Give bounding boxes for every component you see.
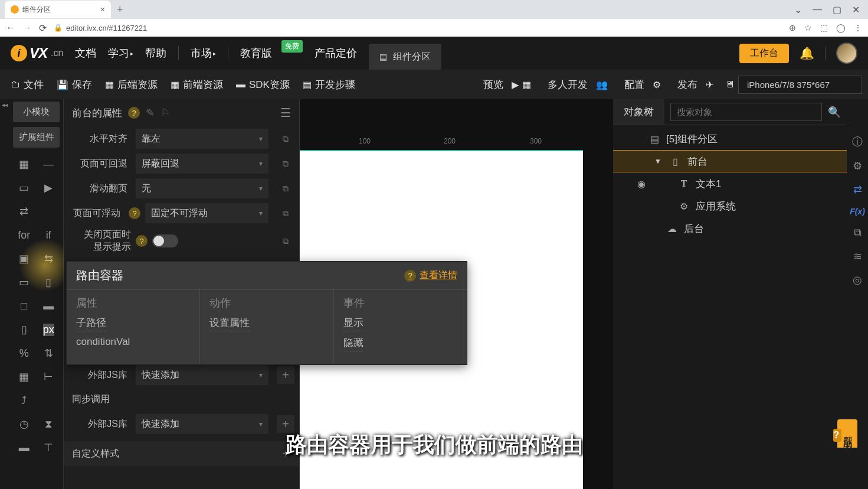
copy-icon[interactable]: ⧉: [854, 227, 862, 239]
play-icon[interactable]: ▶: [512, 79, 519, 90]
info-icon[interactable]: ⓘ: [852, 135, 863, 149]
add-button[interactable]: +: [277, 366, 294, 384]
sdk-button[interactable]: ▬SDK资源: [231, 76, 294, 94]
zoom-icon[interactable]: ⊕: [789, 23, 796, 32]
hourglass-icon[interactable]: ⧗: [37, 412, 61, 436]
link-icon[interactable]: ⧉: [277, 231, 294, 251]
back-icon[interactable]: ←: [6, 22, 15, 33]
profile-icon[interactable]: ◯: [836, 23, 846, 32]
menu-icon[interactable]: ⋮: [854, 23, 862, 32]
extension-icon[interactable]: ⬚: [820, 23, 828, 32]
star-icon[interactable]: ☆: [804, 23, 812, 32]
tree-node-frontend[interactable]: ▼ ▯ 前台: [613, 150, 847, 172]
nav-learn[interactable]: 学习▸: [108, 46, 133, 60]
for-icon[interactable]: for: [12, 223, 37, 247]
nav-pricing[interactable]: 产品定价: [315, 46, 357, 60]
hamburger-icon[interactable]: ☰: [280, 106, 291, 120]
reload-icon[interactable]: ⟳: [39, 22, 47, 34]
extjs-select[interactable]: 快速添加▾: [136, 365, 268, 385]
device-select[interactable]: iPhone6/7/8 375*667: [738, 76, 862, 94]
swap-icon[interactable]: ⇄: [853, 183, 862, 196]
help-icon[interactable]: ?: [129, 207, 140, 219]
chevron-down-icon[interactable]: ▼: [654, 157, 661, 165]
tree-icon[interactable]: ⊢: [37, 365, 61, 389]
people-icon[interactable]: 👥: [596, 79, 608, 90]
halign-select[interactable]: 靠左▾: [136, 129, 268, 149]
device-icon[interactable]: 🖥: [725, 79, 735, 90]
close-hint-toggle[interactable]: [152, 234, 178, 247]
qr-icon[interactable]: ▦: [12, 152, 37, 176]
tab-close-icon[interactable]: ×: [100, 5, 105, 14]
slider-icon[interactable]: ⇄: [12, 200, 37, 223]
column-icon[interactable]: ▯: [12, 318, 37, 341]
flag-icon[interactable]: ⚐: [161, 106, 170, 119]
chevron-down-icon[interactable]: ⌄: [794, 4, 802, 15]
tooltip-item[interactable]: 子路径: [76, 316, 106, 331]
ext-component-button[interactable]: 扩展组件: [13, 127, 60, 148]
video-icon[interactable]: ▶: [37, 176, 61, 200]
float-select[interactable]: 固定不可浮动▾: [145, 203, 268, 223]
tooltip-item[interactable]: conditionVal: [76, 336, 130, 349]
sort-icon[interactable]: ⇅: [37, 341, 61, 365]
save-button[interactable]: 💾保存: [52, 76, 97, 94]
tooltip-item[interactable]: 显示: [343, 316, 363, 331]
help-icon[interactable]: ?: [136, 235, 148, 247]
tree-node-backend[interactable]: ☁ 后台: [613, 217, 847, 240]
link-icon[interactable]: ⧉: [277, 178, 294, 198]
share-icon[interactable]: ⤴: [12, 389, 37, 412]
nav-edu[interactable]: 教育版: [240, 46, 272, 60]
multi-button[interactable]: 多人开发: [543, 76, 592, 94]
box-icon[interactable]: □: [12, 294, 37, 318]
help-center-button[interactable]: 帮助中心 ?: [837, 419, 857, 448]
avatar[interactable]: [836, 43, 857, 64]
tooltip-item[interactable]: 设置属性: [209, 316, 250, 331]
clock-icon[interactable]: ◷: [12, 412, 37, 436]
table-icon[interactable]: ▦: [12, 365, 37, 389]
qr-icon[interactable]: ▦: [522, 79, 531, 90]
maximize-icon[interactable]: ▢: [833, 4, 841, 15]
small-module-button[interactable]: 小模块: [13, 102, 60, 122]
target-icon[interactable]: ◎: [853, 273, 862, 286]
tooltip-item[interactable]: 隐藏: [343, 336, 363, 351]
steps-button[interactable]: ▤开发步骤: [298, 76, 360, 94]
bell-icon[interactable]: 🔔: [800, 46, 814, 60]
detail-link[interactable]: ? 查看详情: [404, 269, 457, 282]
nav-help[interactable]: 帮助: [145, 46, 166, 60]
publish-button[interactable]: 发布: [673, 76, 702, 94]
swipe-select[interactable]: 无▾: [136, 178, 268, 198]
search-input[interactable]: [670, 103, 822, 121]
link-icon[interactable]: ⧉: [277, 203, 294, 223]
minimize-icon[interactable]: —: [813, 4, 822, 15]
collapse-handle[interactable]: ◂◂: [0, 99, 9, 489]
route-container-icon[interactable]: ⇆: [37, 247, 61, 270]
edit-icon[interactable]: ✎: [146, 106, 155, 119]
back-select[interactable]: 屏蔽回退▾: [136, 154, 268, 174]
backend-button[interactable]: ▦后端资源: [100, 76, 162, 94]
search-icon[interactable]: 🔍: [822, 106, 841, 119]
current-doc-tab[interactable]: ▤ 组件分区: [369, 44, 441, 70]
hierarchy-icon[interactable]: ⊤: [37, 436, 61, 459]
page-icon[interactable]: ▭: [12, 270, 37, 294]
stack-icon[interactable]: ▯: [37, 270, 61, 294]
frontend-button[interactable]: ▦前端资源: [166, 76, 228, 94]
config-button[interactable]: 配置: [620, 76, 649, 94]
form-icon[interactable]: ▣: [12, 247, 37, 270]
new-tab-button[interactable]: +: [117, 4, 123, 16]
percent-icon[interactable]: %: [12, 341, 37, 365]
help-icon[interactable]: ?: [128, 107, 140, 119]
tree-root[interactable]: ▤ [5]组件分区: [613, 128, 847, 150]
sliders-icon[interactable]: ⚙: [653, 79, 661, 90]
line-icon[interactable]: —: [37, 152, 61, 176]
input-icon[interactable]: ▬: [37, 294, 61, 318]
send-icon[interactable]: ✈: [706, 79, 713, 90]
nav-market[interactable]: 市场▸: [191, 46, 216, 60]
extjs2-select[interactable]: 快速添加▾: [136, 414, 268, 434]
logo[interactable]: i VX .cn: [11, 45, 63, 61]
workspace-button[interactable]: 工作台: [739, 44, 789, 63]
url-field[interactable]: 🔒 editor.ivx.cn/#11267221: [54, 24, 147, 32]
fx-icon[interactable]: F(x): [850, 207, 865, 216]
tree-node-text1[interactable]: ◉ T 文本1: [613, 172, 847, 195]
if-icon[interactable]: if: [37, 223, 61, 247]
file-button[interactable]: 🗀文件: [6, 76, 48, 94]
tree-node-appsys[interactable]: ⚙ 应用系统: [613, 195, 847, 217]
